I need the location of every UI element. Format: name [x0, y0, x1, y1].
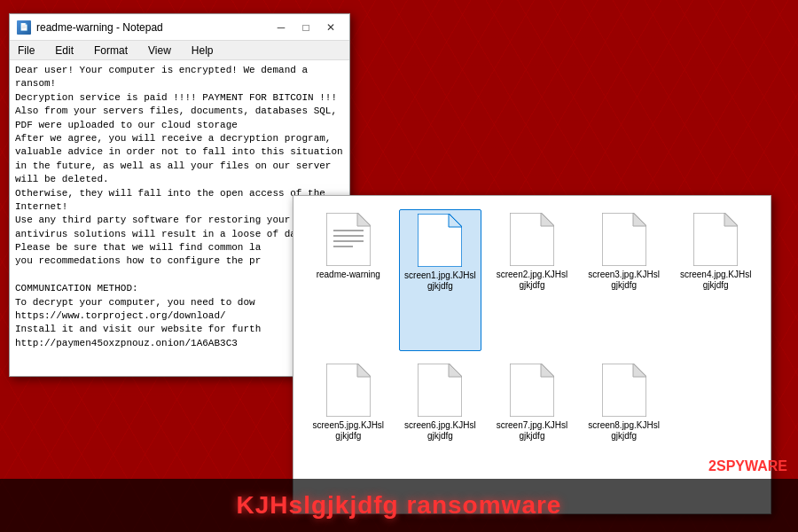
menu-file[interactable]: File — [14, 43, 38, 59]
banner-text: KJHslgjkjdfg ransomware — [237, 491, 562, 520]
window-controls: ─ □ ✕ — [270, 18, 342, 37]
svg-marker-13 — [724, 213, 738, 226]
screen4-doc-icon — [693, 213, 738, 266]
spyware-name: SPYWARE — [716, 458, 787, 473]
close-button[interactable]: ✕ — [319, 18, 342, 37]
notepad-icon: 📄 — [17, 20, 31, 35]
screen1-doc-icon — [418, 214, 462, 267]
file-screen2[interactable]: screen2.jpg.KJHsl gjkjdfg — [490, 209, 574, 351]
explorer-window: readme-warning screen1.jpg.KJHsl gjkjdfg… — [293, 195, 771, 514]
svg-marker-17 — [449, 364, 462, 377]
screen7-doc-icon — [510, 364, 554, 417]
svg-marker-1 — [357, 213, 371, 226]
menu-help[interactable]: Help — [188, 43, 217, 59]
file-screen3-label: screen3.jpg.KJHsl gjkjdfg — [586, 270, 662, 291]
bottom-banner: KJHslgjkjdfg ransomware — [0, 479, 798, 532]
file-screen3[interactable]: screen3.jpg.KJHsl gjkjdfg — [583, 209, 666, 351]
file-screen7-label: screen7.jpg.KJHsl gjkjdfg — [494, 420, 570, 442]
file-screen2-label: screen2.jpg.KJHsl gjkjdfg — [494, 270, 570, 291]
file-screen5-label: screen5.jpg.KJHsl gjkjdfg — [310, 420, 387, 442]
file-screen4[interactable]: screen4.jpg.KJHsl gjkjdfg — [674, 209, 757, 351]
spyware-watermark: 2SPYWARE — [708, 458, 787, 474]
menu-format[interactable]: Format — [90, 43, 131, 59]
svg-marker-19 — [541, 364, 554, 377]
file-readme-label: readme-warning — [317, 270, 380, 280]
file-readme[interactable]: readme-warning — [307, 209, 390, 351]
screen2-doc-icon — [510, 213, 554, 266]
menu-view[interactable]: View — [145, 43, 175, 59]
spyware-2: 2 — [708, 458, 716, 473]
screen6-doc-icon — [418, 364, 462, 417]
file-screen1-label: screen1.jpg.KJHsl gjkjdfg — [403, 270, 478, 292]
svg-marker-11 — [633, 213, 646, 226]
file-screen8-label: screen8.jpg.KJHsl gjkjdfg — [586, 420, 662, 442]
svg-marker-9 — [541, 213, 554, 226]
file-screen1[interactable]: screen1.jpg.KJHsl gjkjdfg — [399, 209, 482, 351]
notepad-menubar: File Edit Format View Help — [10, 41, 349, 60]
svg-marker-21 — [633, 364, 646, 377]
screen8-doc-icon — [602, 364, 646, 417]
maximize-button[interactable]: □ — [294, 18, 317, 37]
screen5-doc-icon — [326, 364, 371, 417]
minimize-button[interactable]: ─ — [270, 18, 293, 37]
file-screen6-label: screen6.jpg.KJHsl gjkjdfg — [403, 420, 479, 442]
svg-marker-15 — [357, 364, 371, 377]
notepad-title: readme-warning - Notepad — [36, 21, 270, 34]
explorer-content: readme-warning screen1.jpg.KJHsl gjkjdfg… — [293, 196, 771, 513]
readme-doc-icon — [326, 213, 371, 266]
banner-text-highlight: KJHslgjkjdfg ransomware — [237, 491, 562, 519]
notepad-titlebar: 📄 readme-warning - Notepad ─ □ ✕ — [10, 14, 349, 41]
menu-edit[interactable]: Edit — [51, 43, 77, 59]
file-screen4-label: screen4.jpg.KJHsl gjkjdfg — [677, 270, 754, 291]
screen3-doc-icon — [602, 213, 646, 266]
svg-marker-7 — [449, 214, 462, 227]
